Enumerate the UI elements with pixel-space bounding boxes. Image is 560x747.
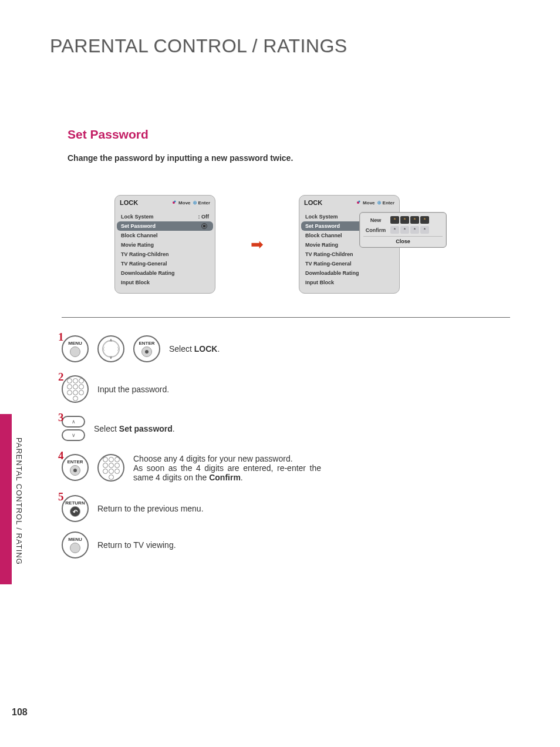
remote-return-button: RETURN ↶ <box>62 495 89 522</box>
move-icon <box>171 200 177 206</box>
step-3: 3 ∧ ∨ Select Set password. <box>62 416 510 441</box>
osd-menu-left: LOCK Move ◎Enter Lock System: Off Set Pa… <box>114 195 215 294</box>
osd-item-tv-rating-general: TV Rating-General <box>299 259 399 268</box>
osd-title: LOCK <box>120 199 168 206</box>
osd-item-downloadable-rating: Downloadable Rating <box>115 268 215 278</box>
step-5: 5 RETURN ↶ Return to the previous menu. <box>62 495 510 522</box>
step-number: 2 <box>58 371 64 383</box>
remote-number-pad-icon <box>62 375 89 403</box>
popup-close-label: Close <box>363 236 443 245</box>
step-number: 1 <box>58 331 64 344</box>
section-description: Change the password by inputting a new p… <box>68 153 510 163</box>
move-label: Move <box>363 200 375 206</box>
steps-list: 1 MENU ∧∨ 〈〉 ENTER Select LOCK. 2 <box>62 335 510 558</box>
osd-item-movie-rating: Movie Rating <box>115 240 215 250</box>
enter-icon: ◎ <box>193 200 197 205</box>
spine-title: PARENTAL CONTROL / RATING <box>15 438 23 565</box>
button-label: ENTER <box>67 459 83 465</box>
step-6: MENU Return to TV viewing. <box>62 531 510 558</box>
pin-cell: * <box>400 216 409 224</box>
step-text: Select LOCK. <box>169 344 220 354</box>
pin-cell: * <box>420 226 429 234</box>
remote-enter-button: ENTER <box>133 335 160 362</box>
osd-item-input-block: Input Block <box>299 278 399 287</box>
osd-item-input-block: Input Block <box>115 278 215 287</box>
arrow-right-icon: ➡ <box>251 235 264 254</box>
remote-menu-button: MENU <box>62 335 89 362</box>
selection-dot-icon <box>201 223 207 229</box>
popup-confirm-label: Confirm <box>363 227 388 233</box>
pin-cell: * <box>390 216 399 224</box>
step-text: Return to the previous menu. <box>97 504 204 513</box>
pin-cell: * <box>410 216 419 224</box>
step-text: Input the password. <box>97 385 169 394</box>
move-label: Move <box>178 200 190 206</box>
enter-label: Enter <box>383 200 394 206</box>
page-title: PARENTAL CONTROL / RATINGS <box>50 35 510 57</box>
remote-number-pad-icon <box>97 454 124 482</box>
step-1: 1 MENU ∧∨ 〈〉 ENTER Select LOCK. <box>62 335 510 362</box>
move-icon <box>355 200 361 206</box>
button-label: MENU <box>68 341 82 346</box>
remote-enter-button: ENTER <box>62 454 89 481</box>
button-label: RETURN <box>65 500 85 506</box>
button-label: ENTER <box>139 341 154 346</box>
step-number: 4 <box>58 449 64 462</box>
remote-menu-button: MENU <box>62 531 89 558</box>
password-popup: New * * * * Confirm * * * * <box>359 212 447 248</box>
spine-marker <box>0 414 12 584</box>
divider <box>62 317 510 318</box>
page-number: 108 <box>12 707 28 718</box>
pin-cell: * <box>400 226 409 234</box>
osd-item-set-password: Set Password <box>117 221 213 231</box>
osd-title: LOCK <box>304 199 353 206</box>
step-number: 5 <box>58 490 64 503</box>
osd-item-lock-system: Lock System: Off <box>115 212 215 221</box>
osd-item-downloadable-rating: Downloadable Rating <box>299 268 399 278</box>
step-2: 2 Input the password. <box>62 375 510 403</box>
pin-cell: * <box>410 226 419 234</box>
popup-new-label: New <box>363 217 388 223</box>
osd-item-tv-rating-children: TV Rating-Children <box>115 250 215 259</box>
button-label: MENU <box>68 537 82 542</box>
step-number: 3 <box>58 411 64 424</box>
osd-item-block-channel: Block Channel <box>115 231 215 240</box>
osd-item-tv-rating-general: TV Rating-General <box>115 259 215 268</box>
step-text: Select Set password. <box>94 424 175 433</box>
enter-label: Enter <box>198 200 210 206</box>
osd-item-tv-rating-children: TV Rating-Children <box>299 250 399 259</box>
section-heading: Set Password <box>68 127 510 142</box>
step-text: Return to TV viewing. <box>97 540 176 550</box>
pin-cell: * <box>390 226 399 234</box>
pin-cell: * <box>420 216 429 224</box>
enter-icon: ◎ <box>377 200 381 205</box>
remote-dpad-icon: ∧∨ 〈〉 <box>97 335 124 362</box>
remote-updown-icon: ∧ ∨ <box>62 416 85 441</box>
step-text: Choose any 4 digits for your new passwor… <box>133 454 321 482</box>
step-4: 4 ENTER Choose any 4 digits for your new… <box>62 454 510 482</box>
osd-illustration-row: LOCK Move ◎Enter Lock System: Off Set Pa… <box>114 195 510 294</box>
